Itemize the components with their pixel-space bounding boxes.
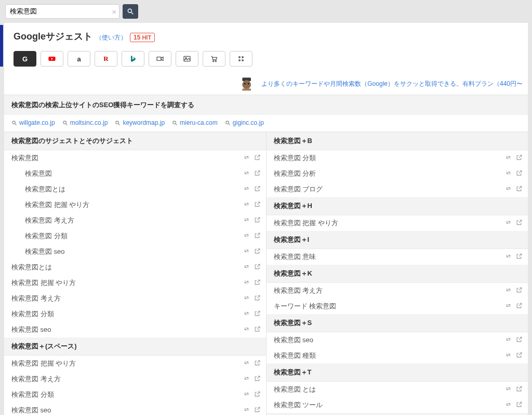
external-link-icon[interactable] xyxy=(516,385,523,394)
retweet-icon[interactable] xyxy=(243,185,250,193)
suggest-item[interactable]: 検索意図 考え方 xyxy=(4,371,266,387)
retweet-icon[interactable] xyxy=(243,201,250,209)
suggest-item[interactable]: 検索意図 分類 xyxy=(4,306,266,322)
external-link-icon[interactable] xyxy=(516,401,523,409)
external-link-icon[interactable] xyxy=(516,170,523,178)
retweet-icon[interactable] xyxy=(243,170,250,178)
retweet-icon[interactable] xyxy=(243,294,250,303)
retweet-icon[interactable] xyxy=(243,326,250,334)
seo-site-link[interactable]: moltsinc.co.jp xyxy=(62,119,108,126)
suggest-item[interactable]: 検索意図 xyxy=(4,150,266,166)
engine-tab-app[interactable] xyxy=(230,51,252,67)
external-link-icon[interactable] xyxy=(254,216,261,225)
suggest-item[interactable]: 検索意図 seo xyxy=(4,244,266,260)
suggest-item[interactable]: 検索意図 考え方 xyxy=(267,283,528,299)
suggest-item[interactable]: 検索意図 seo xyxy=(4,322,266,338)
suggest-item[interactable]: 検索意図とは xyxy=(4,181,266,197)
external-link-icon[interactable] xyxy=(254,294,261,303)
retweet-icon[interactable] xyxy=(505,253,512,261)
seo-site-link[interactable]: keywordmap.jp xyxy=(115,119,165,126)
external-link-icon[interactable] xyxy=(516,302,523,310)
retweet-icon[interactable] xyxy=(505,336,512,344)
external-link-icon[interactable] xyxy=(254,279,261,287)
external-link-icon[interactable] xyxy=(254,232,261,240)
external-link-icon[interactable] xyxy=(254,391,261,399)
engine-tab-google[interactable]: G xyxy=(14,51,36,67)
retweet-icon[interactable] xyxy=(505,185,512,193)
promo-link[interactable]: より多くのキーワードや月間検索数（Google）をサクッと取得できる。有料プラン… xyxy=(261,80,523,88)
suggest-item[interactable]: 検索意図 分類 xyxy=(4,228,266,244)
retweet-icon[interactable] xyxy=(243,279,250,287)
external-link-icon[interactable] xyxy=(254,170,261,178)
external-link-icon[interactable] xyxy=(254,406,261,414)
suggest-item[interactable]: 検索意図 xyxy=(4,166,266,181)
retweet-icon[interactable] xyxy=(243,232,250,240)
retweet-icon[interactable] xyxy=(505,287,512,295)
retweet-icon[interactable] xyxy=(243,248,250,256)
suggest-item[interactable]: 検索意図とは xyxy=(4,260,266,275)
external-link-icon[interactable] xyxy=(254,154,261,162)
retweet-icon[interactable] xyxy=(505,385,512,394)
suggest-item[interactable]: 検索意図 分析 xyxy=(267,166,528,181)
external-link-icon[interactable] xyxy=(516,336,523,344)
suggest-item[interactable]: 検索意図 把握 やり方 xyxy=(4,197,266,213)
external-link-icon[interactable] xyxy=(516,185,523,193)
suggest-item[interactable]: 検索意図 seo xyxy=(267,332,528,348)
retweet-icon[interactable] xyxy=(505,302,512,310)
suggest-item[interactable]: 検索意図 考え方 xyxy=(4,291,266,306)
engine-tab-youtube[interactable] xyxy=(41,51,63,67)
external-link-icon[interactable] xyxy=(254,375,261,383)
retweet-icon[interactable] xyxy=(243,406,250,414)
engine-tab-amazon[interactable]: a xyxy=(68,51,90,67)
usage-link[interactable]: （使い方） xyxy=(96,33,127,42)
retweet-icon[interactable] xyxy=(243,216,250,225)
suggest-item[interactable]: 検索意図 seo xyxy=(4,403,266,415)
seo-site-link[interactable]: giginc.co.jp xyxy=(225,119,264,126)
engine-tab-image[interactable] xyxy=(176,51,198,67)
suggest-item[interactable]: キーワード 検索意図 xyxy=(267,299,528,314)
search-button[interactable] xyxy=(123,4,138,19)
suggest-item[interactable]: 検索意図 とは xyxy=(267,382,528,397)
suggest-item[interactable]: 検索意図 分類 xyxy=(267,150,528,166)
external-link-icon[interactable] xyxy=(516,253,523,261)
suggest-item[interactable]: 検索意図 ツール xyxy=(267,397,528,413)
external-link-icon[interactable] xyxy=(516,219,523,227)
retweet-icon[interactable] xyxy=(505,352,512,360)
engine-tab-video[interactable] xyxy=(149,51,171,67)
suggest-item[interactable]: 検索意図 意味 xyxy=(267,249,528,265)
suggest-item[interactable]: 検索意図 分類 xyxy=(4,387,266,403)
external-link-icon[interactable] xyxy=(254,263,261,271)
retweet-icon[interactable] xyxy=(505,219,512,227)
seo-site-link[interactable]: mieru-ca.com xyxy=(172,119,218,126)
engine-tab-rakuten[interactable]: R xyxy=(95,51,117,67)
suggest-item[interactable]: 検索意図 種類 xyxy=(267,348,528,364)
external-link-icon[interactable] xyxy=(254,359,261,368)
suggest-item[interactable]: 検索意図 考え方 xyxy=(4,213,266,228)
retweet-icon[interactable] xyxy=(243,154,250,162)
external-link-icon[interactable] xyxy=(516,287,523,295)
engine-tab-shopping[interactable] xyxy=(203,51,225,67)
external-link-icon[interactable] xyxy=(254,326,261,334)
external-link-icon[interactable] xyxy=(254,248,261,256)
external-link-icon[interactable] xyxy=(254,310,261,318)
clear-icon[interactable]: × xyxy=(112,7,116,16)
search-input[interactable] xyxy=(5,4,119,19)
retweet-icon[interactable] xyxy=(505,170,512,178)
engine-tab-bing[interactable] xyxy=(122,51,144,67)
retweet-icon[interactable] xyxy=(243,391,250,399)
external-link-icon[interactable] xyxy=(254,185,261,193)
suggest-item[interactable]: 検索意図 把握 やり方 xyxy=(4,275,266,291)
retweet-icon[interactable] xyxy=(243,359,250,368)
retweet-icon[interactable] xyxy=(505,154,512,162)
suggest-item[interactable]: 検索意図 ブログ xyxy=(267,181,528,197)
retweet-icon[interactable] xyxy=(243,375,250,383)
external-link-icon[interactable] xyxy=(254,201,261,209)
retweet-icon[interactable] xyxy=(243,263,250,271)
seo-site-link[interactable]: willgate.co.jp xyxy=(11,119,55,126)
external-link-icon[interactable] xyxy=(516,154,523,162)
suggest-item[interactable]: 検索意図 把握 やり方 xyxy=(4,356,266,371)
suggest-item[interactable]: 検索意図 把握 やり方 xyxy=(267,215,528,231)
external-link-icon[interactable] xyxy=(516,352,523,360)
retweet-icon[interactable] xyxy=(243,310,250,318)
retweet-icon[interactable] xyxy=(505,401,512,409)
